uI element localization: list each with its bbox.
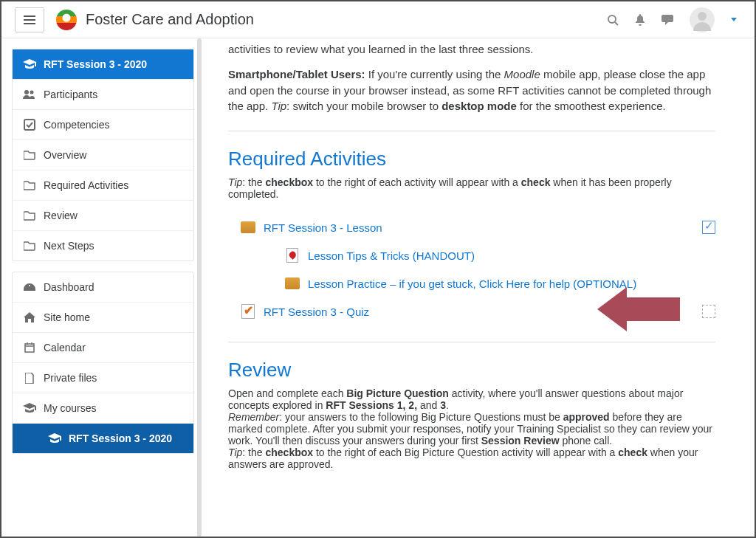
- svg-rect-6: [25, 344, 34, 352]
- divider: [228, 342, 715, 342]
- sidebar-item-label: Dashboard: [44, 281, 94, 293]
- file-icon: [23, 373, 36, 384]
- svg-marker-10: [597, 287, 680, 331]
- main-content: activities to review what you learned in…: [206, 38, 738, 537]
- sidebar-item-my-courses[interactable]: My courses: [13, 393, 193, 424]
- sidebar-item-calendar[interactable]: Calendar: [13, 333, 193, 363]
- sidebar-item-label: My courses: [44, 402, 97, 414]
- activity-list: RFT Session 3 - LessonLesson Tips & Tric…: [228, 213, 715, 325]
- review-p1: Open and complete each Big Picture Quest…: [228, 387, 715, 411]
- folder-icon: [23, 180, 36, 190]
- messages-icon[interactable]: [662, 15, 673, 25]
- site-name[interactable]: Foster Care and Adoption: [86, 11, 254, 28]
- sidebar-item-overview[interactable]: Overview: [13, 140, 193, 170]
- check-square-icon: [23, 119, 36, 131]
- review-p2: Remember: your answers to the following …: [228, 411, 715, 446]
- sidebar-item-label: Review: [44, 210, 78, 221]
- sidebar-item-next-steps[interactable]: Next Steps: [13, 231, 193, 261]
- graduation-icon: [23, 59, 36, 69]
- sidebar-item-label: Required Activities: [44, 179, 128, 191]
- sidebar-item-label: RFT Session 3 - 2020: [69, 432, 172, 444]
- sidebar-item-label: RFT Session 3 - 2020: [44, 58, 147, 70]
- sidebar-item-required-activities[interactable]: Required Activities: [13, 170, 193, 201]
- required-activities-heading: Required Activities: [228, 148, 715, 170]
- completion-checkbox[interactable]: [702, 221, 715, 234]
- pdf-icon: [284, 247, 300, 263]
- folder-icon: [23, 210, 36, 221]
- sidebar-item-competencies[interactable]: Competencies: [13, 110, 193, 140]
- sidebar-item-label: Competencies: [44, 119, 110, 131]
- sidebar-item-site-home[interactable]: Site home: [13, 303, 193, 333]
- navbar: Foster Care and Adoption: [1, 1, 755, 38]
- search-icon[interactable]: [607, 14, 619, 26]
- sidebar-item-label: Overview: [44, 149, 86, 161]
- sidebar: RFT Session 3 - 2020ParticipantsCompeten…: [1, 38, 194, 537]
- graduation-icon: [23, 403, 36, 413]
- sidebar-item-rft-session-3-2020[interactable]: RFT Session 3 - 2020: [13, 49, 193, 80]
- svg-point-2: [698, 12, 707, 21]
- activity-row: Lesson Tips & Tricks (HANDOUT): [228, 241, 715, 269]
- svg-point-4: [30, 91, 34, 94]
- svg-point-0: [608, 15, 616, 23]
- hamburger-button[interactable]: [15, 7, 44, 32]
- users-icon: [23, 89, 36, 100]
- calendar-icon: [23, 342, 36, 353]
- sidebar-item-private-files[interactable]: Private files: [13, 363, 193, 393]
- home-icon: [23, 312, 36, 323]
- drawer-splitter[interactable]: [194, 38, 206, 537]
- review-p3: Tip: the checkbox to the right of each B…: [228, 446, 715, 470]
- folder-icon: [23, 241, 36, 251]
- sidebar-item-participants[interactable]: Participants: [13, 80, 193, 110]
- navbar-right: [607, 7, 747, 32]
- review-heading: Review: [228, 359, 715, 382]
- activity-link[interactable]: Lesson Practice – if you get stuck, Clic…: [308, 277, 636, 290]
- box-icon: [240, 219, 256, 235]
- sidebar-item-label: Participants: [44, 89, 97, 100]
- callout-arrow-icon: [597, 283, 680, 336]
- intro-continued: activities to review what you learned in…: [228, 41, 715, 58]
- site-logo: [56, 10, 77, 30]
- svg-point-3: [24, 90, 29, 94]
- global-nav-block: DashboardSite homeCalendarPrivate filesM…: [12, 272, 194, 454]
- folder-icon: [23, 150, 36, 160]
- sidebar-item-dashboard[interactable]: Dashboard: [13, 272, 193, 303]
- box-icon: [284, 275, 300, 292]
- tachometer-icon: [23, 282, 36, 292]
- divider: [228, 131, 715, 131]
- sidebar-item-label: Private files: [44, 372, 97, 384]
- sidebar-item-label: Site home: [44, 311, 90, 323]
- sidebar-item-label: Calendar: [44, 342, 86, 354]
- smartphone-note: Smartphone/Tablet Users: If you're curre…: [228, 66, 715, 114]
- notifications-icon[interactable]: [635, 14, 645, 26]
- graduation-icon: [48, 433, 61, 444]
- quiz-icon: [240, 303, 256, 320]
- sidebar-item-review[interactable]: Review: [13, 201, 193, 231]
- user-menu-caret-icon[interactable]: [731, 18, 737, 21]
- svg-rect-5: [24, 120, 35, 130]
- sidebar-item-rft-session-3-2020[interactable]: RFT Session 3 - 2020: [13, 424, 193, 453]
- hamburger-icon: [24, 15, 35, 24]
- completion-checkbox[interactable]: [702, 305, 715, 318]
- activity-link[interactable]: RFT Session 3 - Quiz: [264, 306, 369, 318]
- svg-line-1: [615, 22, 618, 25]
- activity-link[interactable]: RFT Session 3 - Lesson: [264, 221, 382, 234]
- sidebar-item-label: Next Steps: [44, 240, 94, 252]
- activity-row: RFT Session 3 - Lesson: [228, 213, 715, 241]
- activity-link[interactable]: Lesson Tips & Tricks (HANDOUT): [308, 249, 475, 262]
- course-nav-block: RFT Session 3 - 2020ParticipantsCompeten…: [12, 49, 194, 261]
- required-tip: Tip: the checkbox to the right of each a…: [228, 176, 715, 200]
- avatar[interactable]: [690, 7, 715, 32]
